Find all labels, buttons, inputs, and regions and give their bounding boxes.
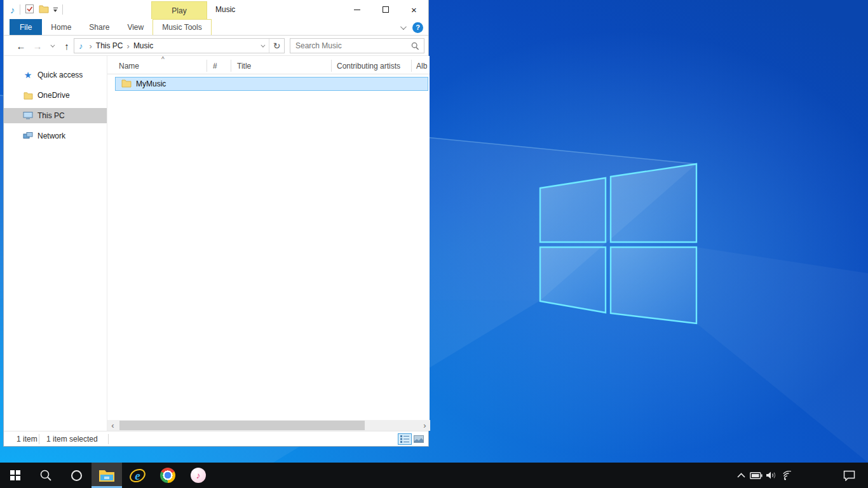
column-header-name[interactable]: Name: [119, 57, 139, 74]
thumbnail-view-button[interactable]: [412, 433, 426, 445]
expand-ribbon-chevron-icon[interactable]: [400, 24, 407, 30]
tab-view[interactable]: View: [118, 19, 153, 35]
taskbar: e ♪: [0, 463, 868, 488]
column-separator[interactable]: [411, 60, 412, 72]
file-row-mymusic[interactable]: MyMusic: [115, 77, 428, 91]
chrome-icon: [160, 468, 175, 483]
sidebar-item-this-pc[interactable]: This PC: [4, 108, 107, 123]
forward-button[interactable]: →: [31, 36, 44, 56]
screen: ♪ Play Music × File Home: [0, 0, 868, 488]
quick-access-toolbar: ♪: [10, 0, 63, 19]
column-separator[interactable]: [207, 60, 207, 72]
window-title: Music: [215, 0, 235, 19]
search-input[interactable]: [295, 39, 403, 52]
column-header-row: Name ^ # Title Contributing artists Alb: [107, 57, 430, 74]
maximize-icon: [383, 6, 389, 13]
breadcrumb-chevron-icon: ›: [127, 41, 130, 51]
close-icon: ×: [411, 5, 417, 15]
search-box: [290, 38, 424, 53]
volume-icon[interactable]: [764, 463, 779, 488]
address-dropdown-chevron-icon[interactable]: [261, 43, 265, 47]
sidebar-item-network[interactable]: Network: [4, 128, 107, 144]
tab-home[interactable]: Home: [42, 19, 80, 35]
taskbar-chrome-button[interactable]: [153, 463, 183, 488]
status-bar: 1 item 1 item selected: [4, 431, 428, 446]
file-list-pane: Name ^ # Title Contributing artists Alb …: [107, 56, 430, 431]
sort-ascending-icon: ^: [161, 56, 165, 63]
column-header-title[interactable]: Title: [237, 57, 251, 74]
maximize-button[interactable]: [371, 0, 400, 19]
taskbar-search-button[interactable]: [31, 463, 61, 488]
taskbar-internet-explorer-button[interactable]: e: [122, 463, 153, 488]
customize-qat-dropdown-icon[interactable]: [53, 8, 58, 12]
location-music-icon: ♪: [79, 41, 83, 51]
address-row: ← → ↑ ♪ › This PC › Music ↻: [4, 36, 428, 56]
qat-separator: [20, 4, 20, 15]
windows-start-icon: [10, 470, 20, 480]
svg-text:e: e: [135, 468, 140, 482]
navigation-pane: ★ Quick access OneDrive This PC Network: [4, 56, 107, 431]
horizontal-scrollbar[interactable]: ‹ ›: [107, 420, 430, 431]
system-tray: [733, 463, 868, 488]
column-header-album[interactable]: Alb: [416, 57, 427, 74]
onedrive-folder-icon: [23, 90, 33, 100]
details-view-icon: [400, 435, 409, 443]
network-wifi-icon[interactable]: [779, 463, 798, 488]
logo-pane-top-left: [540, 178, 606, 242]
ribbon-tab-row: File Home Share View Music Tools ?: [4, 19, 428, 36]
details-view-button[interactable]: [398, 433, 412, 445]
new-folder-icon[interactable]: [39, 4, 49, 15]
file-name: MyMusic: [136, 79, 166, 88]
start-button[interactable]: [0, 463, 31, 488]
help-icon[interactable]: ?: [412, 22, 423, 33]
tab-file[interactable]: File: [10, 19, 42, 35]
thumbnail-view-icon: [414, 435, 424, 443]
column-separator[interactable]: [231, 60, 231, 72]
window-music-icon: ♪: [10, 4, 15, 15]
network-icon: [23, 131, 33, 141]
tab-music-tools[interactable]: Music Tools: [153, 19, 211, 35]
sidebar-item-onedrive[interactable]: OneDrive: [4, 88, 107, 103]
logo-pane-bottom-right: [611, 247, 696, 323]
refresh-button[interactable]: ↻: [269, 39, 284, 53]
up-button[interactable]: ↑: [60, 36, 74, 56]
cortana-button[interactable]: [61, 463, 92, 488]
contextual-tab-play[interactable]: Play: [151, 1, 207, 19]
hidden-icons-chevron-icon[interactable]: [733, 463, 749, 488]
light-beam-right: [696, 247, 868, 463]
status-separator: [108, 434, 109, 444]
scroll-right-arrow-icon[interactable]: ›: [419, 420, 430, 431]
this-pc-monitor-icon: [23, 111, 33, 121]
taskbar-file-explorer-button[interactable]: [92, 463, 122, 488]
file-explorer-window: ♪ Play Music × File Home: [3, 0, 429, 447]
sidebar-item-label: This PC: [37, 111, 65, 120]
address-bar[interactable]: ♪ › This PC › Music ↻: [74, 38, 285, 53]
tab-share[interactable]: Share: [80, 19, 118, 35]
properties-icon[interactable]: [25, 4, 34, 16]
recent-locations-chevron[interactable]: [47, 36, 56, 56]
taskbar-itunes-button[interactable]: ♪: [183, 463, 214, 488]
close-button[interactable]: ×: [400, 0, 428, 19]
sidebar-item-label: Network: [37, 132, 65, 140]
search-icon[interactable]: [411, 42, 419, 52]
scrollbar-thumb[interactable]: [119, 421, 365, 430]
status-separator: [39, 434, 39, 444]
column-separator[interactable]: [331, 60, 332, 72]
battery-icon[interactable]: [749, 463, 764, 488]
caption-buttons: ×: [342, 0, 428, 19]
column-header-contributing-artists[interactable]: Contributing artists: [337, 57, 400, 74]
column-header-number[interactable]: #: [213, 57, 217, 74]
back-button[interactable]: ←: [14, 36, 28, 56]
minimize-button[interactable]: [342, 0, 371, 19]
sidebar-item-quick-access[interactable]: ★ Quick access: [4, 67, 107, 83]
items-count: 1 item: [17, 431, 37, 447]
action-center-icon[interactable]: [837, 463, 860, 488]
scroll-left-arrow-icon[interactable]: ‹: [107, 420, 118, 431]
minimize-icon: [354, 10, 360, 10]
cortana-icon: [71, 470, 82, 481]
breadcrumb-music[interactable]: Music: [133, 41, 153, 50]
folder-icon: [121, 79, 132, 90]
breadcrumb-this-pc[interactable]: This PC: [96, 41, 123, 50]
file-explorer-icon: [98, 469, 115, 482]
title-bar[interactable]: ♪ Play Music ×: [4, 0, 428, 19]
